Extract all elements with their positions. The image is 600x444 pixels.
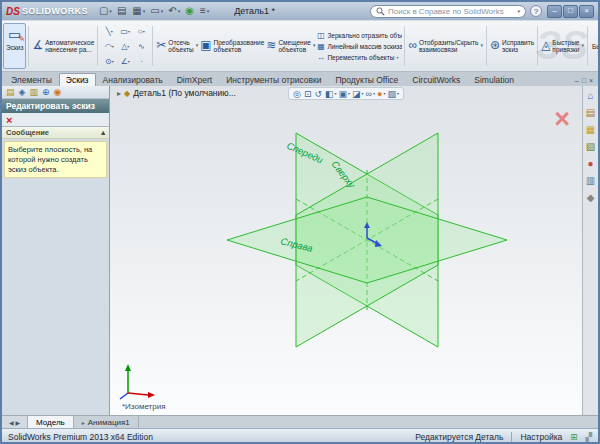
solidworks-logo: DS SOLIDWORKS	[6, 6, 88, 17]
spline-tool[interactable]: ∿	[133, 39, 149, 54]
displaymanager-tab[interactable]: ◉	[54, 87, 62, 97]
configurationmanager-tab[interactable]: ▥	[29, 87, 38, 97]
sketch-button[interactable]: ▭✎ Эскиз	[3, 23, 26, 69]
forum-icon[interactable]: ◆	[587, 193, 595, 203]
point-tool[interactable]: ∙	[133, 54, 149, 69]
reference-planes-canvas: Спереди Сверху Справа	[110, 86, 582, 415]
display-relations-icon: ∞	[408, 39, 417, 53]
smart-dimension-button[interactable]: ∡ Автоматическоенанесение ра...	[31, 23, 95, 69]
scroll-left-icon[interactable]: ◀	[9, 419, 14, 426]
apply-scene-icon[interactable]: ▨▾	[387, 89, 399, 99]
corner-rectangle-tool[interactable]: ▭▾	[117, 24, 133, 39]
tab-sketch[interactable]: Эскиз	[59, 73, 96, 86]
graphics-viewport[interactable]: Спереди Сверху Справа ▸ ◆ Деталь1 (По ум…	[110, 86, 582, 415]
sketch-cancel-corner-icon[interactable]: ×	[554, 106, 570, 133]
doc-close-button[interactable]: ×	[589, 77, 593, 84]
convert-entities-button[interactable]: ▣ Преобразованиеобъектов	[199, 23, 265, 69]
zoom-area-icon[interactable]: ⊡	[304, 89, 313, 99]
save-icon[interactable]: ▦▾	[130, 4, 147, 18]
design-library-icon[interactable]: ▤	[586, 108, 595, 118]
animation-icon: ▸	[82, 419, 85, 426]
logo-mark-icon: DS	[6, 6, 20, 17]
propertymanager-tab[interactable]: ◈	[19, 87, 26, 97]
display-relations-button[interactable]: ∞ Отобразить/Скрытьвзаимосвязи ▾	[407, 23, 484, 69]
appearances-icon[interactable]: ●	[587, 159, 593, 169]
maximize-button[interactable]: □	[563, 5, 578, 18]
ribbon-separator	[587, 26, 588, 66]
move-entities-button[interactable]: ↔Переместить объекты▾	[316, 53, 402, 62]
options-icon[interactable]: ≡▾	[198, 4, 211, 18]
minimize-button[interactable]: –	[547, 5, 562, 18]
top-plane[interactable]	[227, 197, 507, 283]
feature-tree-flyout[interactable]: ▸ ◆ Деталь1 (По умолчанию...	[117, 88, 236, 98]
resize-grip-icon: ▞	[585, 432, 592, 442]
doc-restore-button[interactable]: □	[582, 77, 586, 84]
tab-office-products[interactable]: Продукты Office	[328, 73, 405, 86]
tab-sketch-ink[interactable]: Инструменты отрисовки	[219, 73, 328, 86]
tab-features[interactable]: Элементы	[4, 73, 59, 86]
new-document-icon[interactable]: ▢▾	[97, 4, 114, 18]
linear-sketch-pattern-button[interactable]: ▦Линейный массив эскиза▾	[316, 42, 402, 51]
manager-tab-strip: ▤ ◈ ▥ ⊕ ◉	[2, 86, 109, 99]
hide-show-items-icon[interactable]: ∞▾	[366, 89, 375, 99]
search-dropdown-icon[interactable]: ▾	[517, 8, 520, 14]
open-icon[interactable]: ▤	[115, 4, 129, 18]
animation-tab[interactable]: ▸ Анимация1	[74, 416, 139, 428]
display-style-icon[interactable]: ◪▾	[352, 89, 364, 99]
tab-simulation[interactable]: Simulation	[467, 73, 521, 86]
trim-entities-button[interactable]: ✂ Отсечьобъекты ▾	[155, 23, 199, 69]
close-button[interactable]: ×	[579, 5, 594, 18]
edit-appearance-icon[interactable]: ●▾	[377, 89, 385, 99]
view-palette-icon[interactable]: ▧	[586, 142, 595, 152]
pattern-tools-stack: ◫Зеркально отразить объекты▾ ▦Линейный м…	[316, 23, 402, 69]
dimxpertmanager-tab[interactable]: ⊕	[42, 87, 50, 97]
document-window-controls: – □ ×	[575, 77, 598, 86]
tab-dimxpert[interactable]: DimXpert	[170, 73, 219, 86]
pane-toggle-icon[interactable]: ⊞	[570, 432, 577, 442]
tab-circuitworks[interactable]: CircuitWorks	[405, 73, 467, 86]
solidworks-resources-icon[interactable]: ⌂	[587, 91, 593, 101]
logo-text: SOLIDWORKS	[22, 6, 88, 16]
tab-evaluate[interactable]: Анализировать	[96, 73, 170, 86]
view-orientation-icon[interactable]: ▣▾	[339, 89, 351, 99]
rebuild-icon[interactable]: ◉	[183, 4, 197, 18]
edition-label: SolidWorks Premium 2013 x64 Edition	[8, 432, 153, 442]
repair-sketch-button[interactable]: ⊛ Исправитьэскиз	[489, 23, 535, 69]
offset-entities-button[interactable]: ≋ Смещениеобъектов ▾	[265, 23, 316, 69]
scroll-right-icon[interactable]: ▶	[16, 419, 21, 426]
tree-root-label: Деталь1 (По умолчанию...	[133, 88, 236, 98]
ellipse-tool[interactable]: ⊙▾	[101, 54, 117, 69]
search-placeholder: Поиск в Справке по SolidWorks	[388, 7, 504, 16]
status-right-group: Редактируется Деталь Настройка ⊞ ▞	[415, 432, 592, 442]
move-entities-icon: ↔	[316, 53, 325, 62]
zoom-fit-icon[interactable]: ◎	[293, 89, 302, 99]
model-tab[interactable]: Модель	[28, 416, 74, 428]
part-icon: ◆	[124, 89, 130, 98]
previous-view-icon[interactable]: ↺	[314, 89, 323, 99]
featuremanager-tree-tab[interactable]: ▤	[6, 87, 15, 97]
section-view-icon[interactable]: ◧▾	[325, 89, 337, 99]
property-manager-panel: ▤ ◈ ▥ ⊕ ◉ Редактировать эскиз × Сообщени…	[2, 86, 110, 415]
custom-properties-icon[interactable]: ▥	[586, 176, 595, 186]
circle-tool[interactable]: ○▾	[133, 24, 149, 39]
command-manager-ribbon: ▭✎ Эскиз ∡ Автоматическоенанесение ра...…	[2, 20, 598, 72]
line-tool[interactable]: ╲▾	[101, 24, 117, 39]
undo-icon[interactable]: ↶▾	[166, 4, 182, 18]
cancel-sketch-button[interactable]: ×	[2, 113, 109, 127]
quick-snaps-button[interactable]: ◬ Быстрыепривязки ▾	[540, 23, 585, 69]
print-icon[interactable]: ▭▾	[148, 4, 165, 18]
polygon-tool[interactable]: △▾	[117, 39, 133, 54]
custom-properties-status[interactable]: Настройка	[520, 432, 562, 442]
message-group-header[interactable]: Сообщение ▴	[2, 127, 109, 139]
sketch-fillet-tool[interactable]: ∠▾	[117, 54, 133, 69]
doc-minimize-button[interactable]: –	[575, 77, 579, 84]
mirror-entities-button[interactable]: ◫Зеркально отразить объекты▾	[316, 31, 402, 40]
rapid-sketch-button[interactable]: ✎ Быстрыйэскиз	[590, 23, 598, 69]
help-icon[interactable]: ?	[530, 5, 542, 17]
centerpoint-arc-tool[interactable]: ◠▾	[101, 39, 117, 54]
window-controls: – □ ×	[547, 5, 594, 18]
search-input[interactable]: Поиск в Справке по SolidWorks ▾	[370, 5, 526, 18]
search-icon	[376, 7, 385, 16]
file-explorer-icon[interactable]: ▦	[586, 125, 595, 135]
tree-expand-icon[interactable]: ▸	[117, 89, 121, 98]
